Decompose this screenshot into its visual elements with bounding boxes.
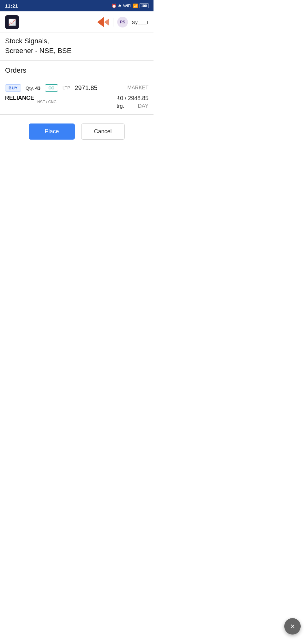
app-icon: 📈 bbox=[5, 15, 19, 29]
ltp-label: LTP bbox=[63, 85, 70, 90]
alarm-icon: ⏰ bbox=[111, 3, 117, 8]
app-icon-emoji: 📈 bbox=[8, 18, 16, 26]
app-title: Stock Signals, Screener - NSE, BSE bbox=[5, 36, 148, 56]
header-left: 📈 bbox=[5, 15, 19, 29]
exchange-badge: NSE / CNC bbox=[37, 100, 57, 104]
market-label: MARKET bbox=[127, 85, 148, 91]
header-right: RS Sy___I bbox=[97, 17, 148, 27]
qty-value: 43 bbox=[35, 85, 41, 91]
app-title-section: Stock Signals, Screener - NSE, BSE bbox=[0, 33, 154, 61]
place-button[interactable]: Place bbox=[29, 123, 75, 140]
orders-section: Orders bbox=[0, 61, 154, 79]
signal-icon: 📶 bbox=[133, 3, 138, 8]
avatar: RS bbox=[117, 17, 128, 27]
order-card: BUY Qty. 43 CO LTP 2971.85 MARKET RELIAN… bbox=[0, 79, 154, 115]
svg-marker-0 bbox=[97, 17, 104, 27]
cancel-button[interactable]: Cancel bbox=[81, 123, 125, 140]
action-buttons: Place Cancel bbox=[0, 115, 154, 148]
co-badge: CO bbox=[45, 84, 58, 92]
header-divider bbox=[113, 18, 113, 27]
ltp-value: 2971.85 bbox=[75, 84, 97, 92]
price-info: ₹0 / 2948.85 bbox=[117, 95, 148, 102]
status-icons: ⏰ ✱ WiFi 📶 100 bbox=[111, 3, 148, 8]
battery-indicator: 100 bbox=[140, 3, 148, 8]
app-title-line1: Stock Signals, bbox=[5, 37, 49, 45]
trg-label: trg. bbox=[117, 103, 124, 109]
buy-badge: BUY bbox=[5, 84, 21, 92]
app-title-line2: Screener - NSE, BSE bbox=[5, 47, 71, 55]
qty-label: Qty. 43 bbox=[26, 85, 40, 91]
orders-title: Orders bbox=[5, 66, 26, 74]
stock-name: RELIANCE bbox=[5, 95, 34, 101]
wifi-icon: WiFi bbox=[123, 3, 131, 8]
user-name: Sy___I bbox=[132, 20, 148, 25]
day-label: DAY bbox=[138, 103, 148, 109]
kite-logo bbox=[97, 17, 109, 27]
header: 📈 RS Sy___I bbox=[0, 11, 154, 33]
price-day-group: ₹0 / 2948.85 trg. DAY bbox=[117, 95, 148, 109]
order-row-1: BUY Qty. 43 CO LTP 2971.85 MARKET bbox=[5, 84, 148, 92]
status-time: 11:21 bbox=[5, 3, 18, 9]
bluetooth-icon: ✱ bbox=[118, 3, 122, 8]
order-row-2: RELIANCE NSE / CNC ₹0 / 2948.85 trg. DAY bbox=[5, 95, 148, 109]
status-bar: 11:21 ⏰ ✱ WiFi 📶 100 bbox=[0, 0, 154, 11]
main-content: BUY Qty. 43 CO LTP 2971.85 MARKET RELIAN… bbox=[0, 79, 154, 269]
svg-marker-1 bbox=[104, 18, 109, 26]
avatar-initials: RS bbox=[120, 20, 125, 24]
